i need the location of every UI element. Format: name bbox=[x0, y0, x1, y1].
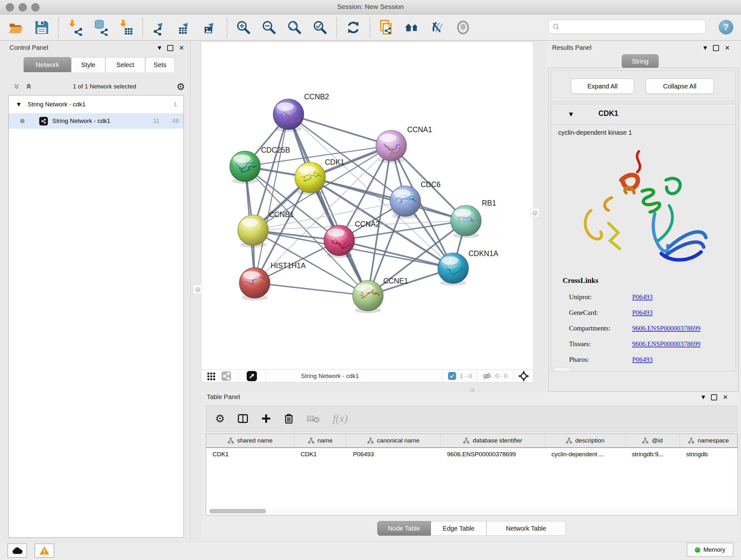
eye-button[interactable] bbox=[455, 19, 472, 36]
results-panel-close-icon[interactable]: ✕ bbox=[725, 44, 730, 52]
collapse-all-icon[interactable] bbox=[13, 83, 20, 90]
expand-all-icon[interactable] bbox=[25, 83, 32, 90]
table-panel-close-icon[interactable]: ✕ bbox=[723, 393, 728, 401]
table-panel-menu-icon[interactable]: ▼ bbox=[701, 394, 705, 400]
save-floppy-button[interactable] bbox=[33, 19, 51, 36]
zoom-selected-button[interactable] bbox=[312, 19, 329, 36]
delete-table-icon-disabled bbox=[307, 414, 320, 423]
tab-network-table[interactable]: Network Table bbox=[486, 521, 566, 536]
edge-CDK1-RB1[interactable] bbox=[310, 178, 466, 221]
selected-count-checkbox[interactable] bbox=[448, 372, 456, 380]
node-HIST1H1A[interactable] bbox=[239, 267, 270, 300]
delete-column-icon[interactable] bbox=[284, 413, 293, 424]
copy-pages-button[interactable] bbox=[378, 19, 395, 36]
zoom-in-button[interactable] bbox=[235, 19, 252, 36]
left-splitter-handle[interactable] bbox=[193, 285, 202, 294]
export-network-button[interactable] bbox=[151, 19, 168, 36]
tab-style[interactable]: Style bbox=[71, 57, 105, 72]
edge-CCNB2-CCNA1[interactable] bbox=[288, 114, 391, 145]
share-view-icon[interactable] bbox=[221, 371, 231, 381]
table-settings-gear-icon[interactable]: ⚙ bbox=[215, 412, 225, 425]
memory-button[interactable]: Memory bbox=[687, 543, 733, 557]
open-in-window-icon[interactable] bbox=[246, 371, 257, 381]
right-splitter-handle[interactable] bbox=[530, 208, 539, 217]
grid-view-icon[interactable] bbox=[206, 371, 216, 381]
edge-CCNB2-HIST1H1A[interactable] bbox=[255, 114, 288, 283]
crosslink-link-4[interactable]: P06493 bbox=[632, 356, 653, 364]
import-database-button[interactable] bbox=[92, 19, 109, 36]
show-columns-icon[interactable] bbox=[238, 413, 248, 424]
open-folder-button[interactable] bbox=[8, 19, 25, 36]
expand-all-button[interactable]: Expand All bbox=[571, 78, 634, 94]
tab-network[interactable]: Network bbox=[23, 57, 71, 72]
network-list-header: 1 of 1 Network selected ⚙ bbox=[1, 78, 190, 95]
tab-select[interactable]: Select bbox=[105, 57, 145, 72]
table-panel-float-icon[interactable] bbox=[711, 394, 717, 400]
navigator-crosshair-icon[interactable] bbox=[518, 370, 529, 382]
results-panel: Results Panel ▼ ✕ String Expand All Coll… bbox=[546, 42, 739, 391]
protein-structure-image bbox=[574, 142, 714, 276]
column-header-databaseidentifier[interactable]: database identifier bbox=[441, 434, 545, 447]
node-table[interactable]: shared namenamecanonical namedatabase id… bbox=[206, 434, 738, 515]
tab-edge-table[interactable]: Edge Table bbox=[431, 521, 486, 536]
crosslink-link-0[interactable]: P06493 bbox=[632, 293, 653, 301]
column-header-sharedname[interactable]: shared name bbox=[206, 434, 294, 447]
column-header-name[interactable]: name bbox=[294, 434, 347, 447]
collapse-all-button[interactable]: Collapse All bbox=[646, 78, 714, 94]
edge-HIST1H1A-CCNE1[interactable] bbox=[255, 283, 368, 296]
control-panel-close-icon[interactable]: ✕ bbox=[179, 44, 185, 52]
network-options-gear-icon[interactable]: ⚙ bbox=[177, 81, 185, 92]
tab-node-table[interactable]: Node Table bbox=[377, 521, 431, 536]
control-panel-float-icon[interactable] bbox=[167, 45, 173, 51]
column-header-namespace[interactable]: namespace bbox=[680, 434, 738, 447]
crosslink-link-3[interactable]: 9606.ENSP00000378699 bbox=[632, 340, 700, 348]
houses-button[interactable] bbox=[403, 19, 421, 36]
tab-sets[interactable]: Sets bbox=[145, 57, 175, 72]
crosslink-link-1[interactable]: P06493 bbox=[632, 309, 653, 317]
node-label-CCNA2: CCNA2 bbox=[355, 220, 380, 228]
network-graph-canvas[interactable]: CCNB2CCNA1CDC25BCDK1CDC6RB1CCNB1CCNA2CDK… bbox=[201, 42, 533, 369]
node-CDK1[interactable] bbox=[295, 162, 326, 195]
node-CCNA1[interactable] bbox=[376, 130, 407, 163]
control-panel-menu-icon[interactable]: ▼ bbox=[158, 45, 161, 51]
zoom-fit-button[interactable] bbox=[286, 19, 303, 36]
table-hscrollbar-thumb[interactable] bbox=[209, 509, 266, 513]
protein-collapse-icon[interactable]: ▼ bbox=[569, 111, 573, 117]
refresh-button[interactable] bbox=[345, 19, 362, 36]
warnings-button[interactable] bbox=[35, 543, 54, 558]
results-panel-float-icon[interactable] bbox=[713, 45, 719, 51]
column-header-description[interactable]: description bbox=[545, 434, 625, 447]
node-CCNB1[interactable] bbox=[238, 215, 268, 248]
export-image-button[interactable] bbox=[202, 19, 219, 36]
table-hscrollbar[interactable] bbox=[207, 508, 736, 514]
export-table-button[interactable] bbox=[176, 19, 193, 36]
node-label-CCNA1: CCNA1 bbox=[407, 125, 432, 134]
zoom-out-button[interactable] bbox=[260, 19, 278, 36]
tab-string[interactable]: String bbox=[622, 54, 659, 68]
network-row-selected[interactable]: String Network - cdk1 11 48 bbox=[9, 113, 184, 129]
search-input[interactable] bbox=[562, 23, 705, 30]
results-hscrollbar[interactable] bbox=[554, 368, 571, 371]
node-CDC25B[interactable] bbox=[230, 151, 260, 184]
hide-show-button[interactable] bbox=[429, 19, 446, 36]
table-tabstrip: Node TableEdge TableNetwork Table bbox=[377, 521, 566, 536]
crosslink-link-2[interactable]: 9606.ENSP00000378699 bbox=[632, 324, 700, 332]
node-CDKN1A[interactable] bbox=[438, 253, 468, 286]
import-network-button[interactable] bbox=[66, 19, 84, 36]
node-CCNE1[interactable] bbox=[353, 280, 383, 313]
results-panel-menu-icon[interactable]: ▼ bbox=[703, 45, 707, 51]
network-collection-row[interactable]: ▼ String Network - cdk1 1 bbox=[9, 99, 184, 110]
import-table-button[interactable] bbox=[118, 19, 135, 36]
column-header-canonicalname[interactable]: canonical name bbox=[347, 434, 441, 447]
search-box[interactable] bbox=[548, 20, 706, 34]
cloud-status-button[interactable] bbox=[7, 543, 27, 558]
node-RB1[interactable] bbox=[451, 205, 481, 238]
network-collection-label: String Network - cdk1 bbox=[28, 101, 174, 108]
column-header-id[interactable]: @id bbox=[625, 434, 680, 447]
tree-expander-icon[interactable]: ▼ bbox=[17, 102, 21, 107]
protein-section-header[interactable]: ▼ CDK1 bbox=[551, 104, 736, 125]
table-row[interactable]: CDK1CDK1P064939606.ENSP00000378699cyclin… bbox=[206, 448, 738, 461]
add-column-icon[interactable] bbox=[261, 414, 271, 424]
node-label-HIST1H1A: HIST1H1A bbox=[271, 261, 306, 270]
help-button[interactable]: ? bbox=[719, 20, 733, 35]
